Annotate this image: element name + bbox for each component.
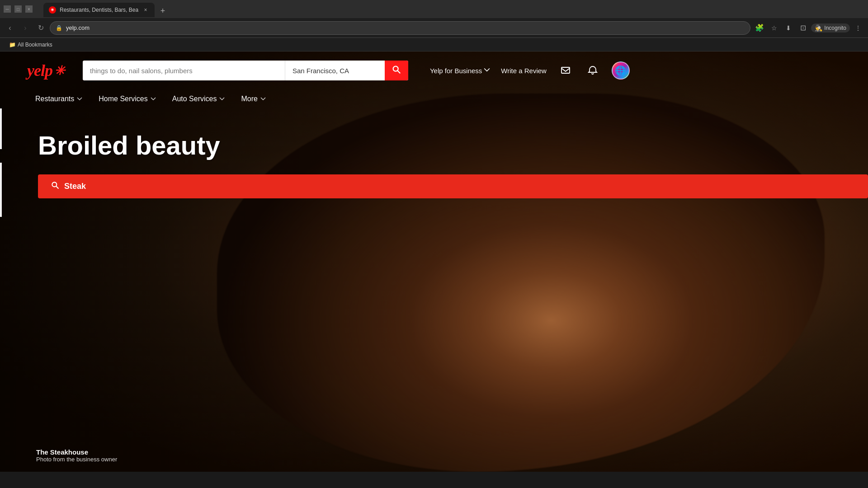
- hero-vertical-bar: [0, 108, 2, 289]
- write-review-link[interactable]: Write a Review: [501, 67, 547, 75]
- bookmarks-bar: 📁 All Bookmarks: [0, 38, 868, 52]
- yelp-for-business-link[interactable]: Yelp for Business: [430, 67, 490, 75]
- notifications-icon-btn[interactable]: [585, 62, 601, 79]
- bookmark-button[interactable]: ☆: [768, 22, 780, 34]
- tab-close-button[interactable]: ×: [142, 6, 149, 14]
- window-controls: ─ □ ×: [4, 5, 33, 13]
- download-button[interactable]: ⬇: [782, 22, 795, 34]
- messages-icon-btn[interactable]: [557, 62, 574, 79]
- yelp-header: yelp ✳ Yelp for Business: [0, 52, 868, 89]
- hero-bar-gap-1: [0, 149, 2, 163]
- forward-button[interactable]: ›: [19, 22, 32, 34]
- yelp-navigation-menu: Restaurants Home Services Auto Services …: [0, 89, 868, 108]
- nav-item-auto-services[interactable]: Auto Services: [164, 89, 233, 108]
- browser-toolbar: ‹ › ↻ 🔒 yelp.com 🧩 ☆ ⬇ ⊡ 🕵 Incognito ⋮: [0, 18, 868, 38]
- active-tab[interactable]: ✳ Restaurants, Dentists, Bars, Bea ×: [43, 3, 155, 17]
- bookmarks-folder[interactable]: 📁 All Bookmarks: [5, 41, 56, 49]
- nav-label-restaurants: Restaurants: [35, 95, 74, 103]
- steak-btn-label: Steak: [64, 182, 86, 191]
- new-tab-button[interactable]: +: [156, 5, 169, 17]
- yelp-for-business-label: Yelp for Business: [430, 67, 482, 75]
- nav-item-restaurants[interactable]: Restaurants: [27, 89, 90, 108]
- nav-label-home-services: Home Services: [99, 95, 147, 103]
- photo-credit-caption: Photo from the business owner: [36, 456, 117, 463]
- svg-point-3: [52, 182, 57, 187]
- user-avatar-button[interactable]: 🌐: [612, 61, 630, 80]
- all-bookmarks-label: All Bookmarks: [18, 42, 52, 48]
- search-icon: [392, 65, 401, 77]
- window-close-button[interactable]: ×: [25, 5, 33, 13]
- nav-item-home-services[interactable]: Home Services: [90, 89, 164, 108]
- svg-point-0: [393, 66, 398, 71]
- search-find-input[interactable]: [83, 61, 285, 80]
- nav-chevron-restaurants: [77, 96, 82, 102]
- hero-title: Broiled beauty: [38, 131, 868, 160]
- more-options-button[interactable]: ⋮: [852, 22, 864, 34]
- browser-chrome: ─ □ × ✳ Restaurants, Dentists, Bars, Bea…: [0, 0, 868, 52]
- yelp-logo-burst-icon: ✳: [54, 63, 65, 78]
- yelp-website: yelp ✳ Yelp for Business: [0, 52, 868, 472]
- tab-favicon: ✳: [49, 6, 56, 14]
- incognito-icon: 🕵: [815, 24, 822, 32]
- hero-bar-segment-1: [0, 108, 2, 149]
- header-navigation: Yelp for Business Write a Review: [430, 61, 630, 80]
- toolbar-actions: 🧩 ☆ ⬇ ⊡ 🕵 Incognito ⋮: [753, 22, 864, 34]
- extensions-icon-btn[interactable]: 🧩: [753, 22, 766, 34]
- search-location-input[interactable]: [285, 61, 385, 80]
- tab-title: Restaurants, Dentists, Bars, Bea: [60, 7, 138, 13]
- hero-bar-segment-2: [0, 163, 2, 217]
- refresh-button[interactable]: ↻: [34, 22, 47, 34]
- window-minimize-button[interactable]: ─: [4, 5, 11, 13]
- write-review-label: Write a Review: [501, 67, 547, 75]
- business-name-caption: The Steakhouse: [36, 448, 117, 456]
- search-bar: [83, 61, 408, 80]
- hero-content-area: Broiled beauty Steak: [0, 108, 868, 198]
- nav-chevron-more: [260, 96, 266, 102]
- avatar-icon: 🌐: [615, 65, 626, 76]
- hero-caption: The Steakhouse Photo from the business o…: [36, 448, 117, 463]
- lock-icon: 🔒: [56, 25, 62, 31]
- browser-title-bar: ─ □ × ✳ Restaurants, Dentists, Bars, Bea…: [0, 0, 868, 18]
- back-button[interactable]: ‹: [4, 22, 16, 34]
- svg-rect-2: [561, 67, 570, 73]
- tab-bar: ✳ Restaurants, Dentists, Bars, Bea × +: [40, 1, 864, 17]
- svg-line-1: [397, 70, 400, 73]
- profile-toggle-button[interactable]: ⊡: [797, 22, 809, 34]
- nav-item-more[interactable]: More: [233, 89, 274, 108]
- search-submit-button[interactable]: [385, 61, 408, 80]
- yelp-logo[interactable]: yelp ✳: [27, 61, 65, 80]
- address-bar[interactable]: 🔒 yelp.com: [50, 21, 750, 35]
- steak-search-icon: [51, 181, 60, 192]
- nav-label-auto-services: Auto Services: [172, 95, 217, 103]
- window-maximize-button[interactable]: □: [14, 5, 22, 13]
- nav-chevron-auto-services: [219, 96, 225, 102]
- incognito-label: Incognito: [824, 25, 846, 31]
- address-bar-url: yelp.com: [66, 24, 745, 31]
- nav-label-more: More: [241, 95, 257, 103]
- chevron-down-icon: [484, 67, 490, 75]
- steak-cta-button[interactable]: Steak: [38, 174, 868, 198]
- folder-icon: 📁: [9, 42, 16, 48]
- yelp-logo-text: yelp: [27, 61, 52, 80]
- svg-line-4: [56, 186, 58, 188]
- nav-chevron-home-services: [151, 96, 156, 102]
- incognito-badge[interactable]: 🕵 Incognito: [811, 23, 850, 33]
